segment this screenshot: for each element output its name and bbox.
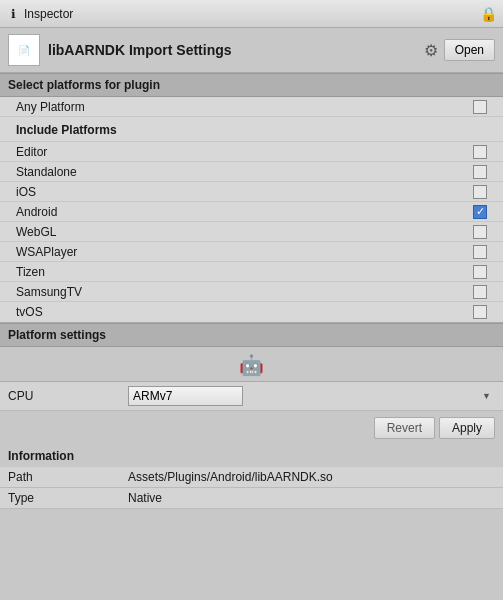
platform-settings-header: Platform settings [0,323,503,347]
platform-label-webgl: WebGL [16,225,473,239]
platform-label-samsungtv: SamsungTV [16,285,473,299]
path-label: Path [8,470,128,484]
platform-row-wsaplayer: WSAPlayer [0,242,503,262]
platform-checkbox-webgl[interactable] [473,225,487,239]
title-bar-title: Inspector [24,7,73,21]
select-platforms-header: Select platforms for plugin [0,73,503,97]
platform-checkbox-samsungtv[interactable] [473,285,487,299]
title-bar: ℹ Inspector 🔒 [0,0,503,28]
platform-row-android: Android ✓ [0,202,503,222]
apply-button[interactable]: Apply [439,417,495,439]
information-header: Information [0,445,503,467]
platform-checkbox-tizen[interactable] [473,265,487,279]
android-tab-bar: 🤖 [0,347,503,382]
platform-row-webgl: WebGL [0,222,503,242]
platform-row-tvos: tvOS [0,302,503,322]
platform-checkbox-wsaplayer[interactable] [473,245,487,259]
android-tab[interactable]: 🤖 [239,353,264,377]
platform-checkbox-android[interactable]: ✓ [473,205,487,219]
platform-checkbox-standalone[interactable] [473,165,487,179]
platform-row-standalone: Standalone [0,162,503,182]
gear-icon[interactable]: ⚙ [424,41,438,60]
platform-label-tvos: tvOS [16,305,473,319]
cpu-select-wrapper: ARMv7 ARM64 x86 FAT (ARMv7 + x86) [128,386,495,406]
inspector-icon: ℹ [6,7,20,21]
information-section: Information Path Assets/Plugins/Android/… [0,445,503,509]
platform-row-ios: iOS [0,182,503,202]
open-button[interactable]: Open [444,39,495,61]
platform-checkbox-editor[interactable] [473,145,487,159]
platform-label-android: Android [16,205,473,219]
revert-button[interactable]: Revert [374,417,435,439]
type-row: Type Native [0,488,503,509]
any-platform-label: Any Platform [16,100,473,114]
include-platforms-label: Include Platforms [16,119,487,139]
any-platform-row: Any Platform [0,97,503,117]
buttons-row: Revert Apply [0,411,503,445]
android-icon: 🤖 [239,353,264,377]
select-platforms-section: Select platforms for plugin Any Platform… [0,73,503,323]
platform-label-tizen: Tizen [16,265,473,279]
platforms-table: Any Platform Include Platforms Editor St… [0,97,503,323]
lock-icon[interactable]: 🔒 [480,6,497,22]
platform-label-editor: Editor [16,145,473,159]
platform-checkbox-tvos[interactable] [473,305,487,319]
platform-row-editor: Editor [0,142,503,162]
platform-settings-section: Platform settings 🤖 CPU ARMv7 ARM64 x86 … [0,323,503,411]
file-header: 📄 libAARNDK Import Settings ⚙ Open [0,28,503,73]
path-row: Path Assets/Plugins/Android/libAARNDK.so [0,467,503,488]
platform-checkbox-ios[interactable] [473,185,487,199]
file-page-icon: 📄 [18,45,30,56]
platform-label-ios: iOS [16,185,473,199]
path-value: Assets/Plugins/Android/libAARNDK.so [128,470,333,484]
file-title: libAARNDK Import Settings [48,42,424,58]
include-platforms-row: Include Platforms [0,117,503,142]
cpu-setting-row: CPU ARMv7 ARM64 x86 FAT (ARMv7 + x86) [0,382,503,411]
type-value: Native [128,491,162,505]
platform-label-wsaplayer: WSAPlayer [16,245,473,259]
platform-label-standalone: Standalone [16,165,473,179]
platform-row-samsungtv: SamsungTV [0,282,503,302]
type-label: Type [8,491,128,505]
platform-row-tizen: Tizen [0,262,503,282]
file-icon: 📄 [8,34,40,66]
any-platform-checkbox[interactable] [473,100,487,114]
cpu-select[interactable]: ARMv7 ARM64 x86 FAT (ARMv7 + x86) [128,386,243,406]
cpu-label: CPU [8,389,128,403]
